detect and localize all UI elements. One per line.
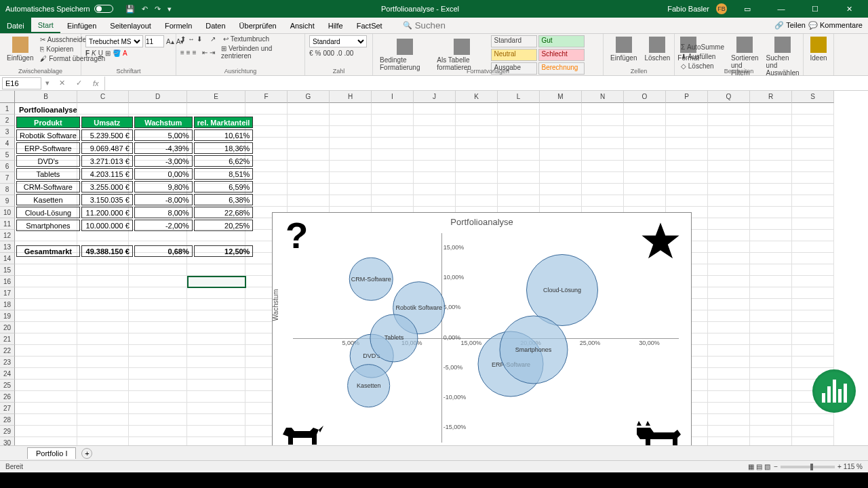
- fill-button[interactable]: ⬇ Ausfüllen: [679, 52, 726, 61]
- comma-icon[interactable]: 000: [323, 49, 334, 57]
- wrap-button[interactable]: ↩ Textumbruch: [223, 35, 269, 43]
- cancel-formula-icon[interactable]: ✕: [54, 79, 71, 87]
- align-top-icon[interactable]: ⬆: [180, 35, 186, 43]
- bold-button[interactable]: F: [85, 49, 90, 57]
- view-normal-icon[interactable]: ▦: [748, 463, 754, 470]
- chart-title: Portfolioanalyse: [273, 213, 691, 228]
- currency-icon[interactable]: €: [309, 49, 313, 57]
- ideas-button[interactable]: Ideen: [808, 35, 829, 63]
- ribbon-mode-icon[interactable]: ▭: [734, 0, 761, 18]
- qat-more-icon[interactable]: ▾: [167, 5, 172, 14]
- dec-dec-icon[interactable]: .00: [344, 49, 354, 57]
- zoom-level[interactable]: 115 %: [844, 463, 863, 470]
- tab-formulas[interactable]: Formeln: [158, 18, 199, 33]
- data-table[interactable]: PortfolioanalyseProduktUmsatzWachstumrel…: [15, 102, 254, 258]
- font-size-input[interactable]: [145, 35, 164, 47]
- user-name[interactable]: Fabio Basler: [667, 5, 709, 13]
- insert-cells-button[interactable]: Einfügen: [608, 35, 639, 63]
- ribbon: Einfügen ✂ Ausschneiden ⎘ Kopieren 🖌 For…: [0, 34, 868, 76]
- question-mark-icon: ?: [279, 217, 309, 258]
- tab-help[interactable]: Hilfe: [321, 18, 350, 33]
- indent-inc-icon[interactable]: ⇥: [210, 49, 215, 56]
- search-icon: 🔍: [403, 21, 412, 30]
- namebox-dropdown-icon[interactable]: ▾: [41, 79, 54, 87]
- share-button[interactable]: 🔗 Teilen: [774, 21, 806, 30]
- paste-button[interactable]: Einfügen: [4, 35, 36, 63]
- style-gut[interactable]: Gut: [538, 35, 585, 47]
- style-neutral[interactable]: Neutral: [491, 49, 537, 61]
- border-button[interactable]: ⊞: [105, 49, 111, 57]
- tab-factset[interactable]: FactSet: [350, 18, 389, 33]
- style-standard[interactable]: Standard: [491, 35, 537, 47]
- undo-icon[interactable]: ↶: [142, 5, 148, 14]
- zoom-out-button[interactable]: −: [774, 463, 778, 470]
- new-sheet-button[interactable]: +: [81, 448, 92, 459]
- close-icon[interactable]: ✕: [835, 0, 863, 18]
- cow-icon: [633, 418, 684, 445]
- save-icon[interactable]: 💾: [125, 5, 135, 14]
- percent-icon[interactable]: %: [315, 49, 321, 57]
- select-all-corner[interactable]: [0, 91, 15, 103]
- comments-button[interactable]: 💬 Kommentare: [808, 21, 863, 30]
- avatar[interactable]: FB: [716, 3, 727, 14]
- align-mid-icon[interactable]: ↔: [188, 35, 195, 43]
- align-right-icon[interactable]: ≡: [193, 49, 197, 56]
- formula-bar[interactable]: [104, 77, 868, 90]
- addon-chart-icon[interactable]: [812, 369, 856, 413]
- chart-plot-area: 5,00%10,00%15,00%20,00%25,00%30,00%-15,0…: [293, 233, 677, 441]
- svg-text:?: ?: [285, 217, 308, 256]
- font-color-button[interactable]: A: [123, 49, 127, 57]
- align-bot-icon[interactable]: ⬇: [197, 35, 202, 43]
- minimize-icon[interactable]: —: [768, 0, 795, 18]
- tab-start[interactable]: Start: [31, 18, 60, 33]
- orientation-icon[interactable]: ↗: [210, 35, 216, 43]
- status-bar: Bereit ▦ ▤ ▧ − + 115 %: [0, 460, 868, 472]
- zoom-in-button[interactable]: +: [837, 463, 842, 470]
- autosave-toggle[interactable]: [94, 5, 113, 13]
- chart-ylabel: Wachstum: [272, 289, 279, 321]
- sheet-tabs: Portfolio I +: [0, 445, 868, 460]
- sheet-tab-active[interactable]: Portfolio I: [27, 447, 76, 459]
- view-break-icon[interactable]: ▧: [764, 463, 770, 470]
- dog-icon: [279, 418, 327, 445]
- search-input[interactable]: [415, 20, 469, 30]
- merge-button[interactable]: ⊞ Verbinden und zentrieren: [221, 45, 300, 60]
- star-icon: [640, 221, 681, 262]
- menubar: Datei Start Einfügen Seitenlayout Formel…: [0, 18, 868, 34]
- tab-layout[interactable]: Seitenlayout: [103, 18, 158, 33]
- autosum-button[interactable]: Σ AutoSumme: [679, 43, 726, 52]
- svg-marker-1: [642, 222, 679, 258]
- number-format-select[interactable]: Standard: [309, 35, 367, 47]
- underline-button[interactable]: U: [98, 49, 103, 57]
- chart-container[interactable]: Portfolioanalyse Wachstum rel. Marktante…: [272, 212, 692, 445]
- style-schlecht[interactable]: Schlecht: [538, 49, 585, 61]
- font-name-select[interactable]: Trebuchet MS: [85, 35, 143, 47]
- enter-formula-icon[interactable]: ✓: [71, 79, 87, 87]
- zoom-slider[interactable]: [781, 466, 835, 468]
- titlebar: Automatisches Speichern 💾 ↶ ↷ ▾ Portfoli…: [0, 0, 868, 18]
- indent-dec-icon[interactable]: ⇤: [202, 49, 208, 56]
- fill-color-button[interactable]: 🪣: [113, 49, 121, 57]
- italic-button[interactable]: K: [92, 49, 96, 57]
- align-center-icon[interactable]: ≡: [186, 49, 191, 56]
- grow-font-icon[interactable]: A▴: [166, 38, 174, 45]
- fx-icon[interactable]: fx: [87, 79, 104, 87]
- inc-dec-icon[interactable]: .0: [336, 49, 342, 57]
- name-box[interactable]: [2, 77, 41, 89]
- tab-view[interactable]: Ansicht: [283, 18, 321, 33]
- tab-insert[interactable]: Einfügen: [60, 18, 103, 33]
- status-text: Bereit: [5, 463, 23, 470]
- maximize-icon[interactable]: ☐: [802, 0, 829, 18]
- tab-file[interactable]: Datei: [0, 18, 31, 33]
- redo-icon[interactable]: ↷: [155, 5, 161, 14]
- tab-data[interactable]: Daten: [199, 18, 232, 33]
- spreadsheet-grid[interactable]: BCDEFGHIJKLMNOPQRS 123456789101112131415…: [0, 91, 868, 445]
- window-title: Portfolioanalyse - Excel: [178, 5, 663, 13]
- view-layout-icon[interactable]: ▤: [756, 463, 762, 470]
- autosave-label: Automatisches Speichern: [5, 5, 90, 13]
- tab-review[interactable]: Überprüfen: [233, 18, 283, 33]
- align-left-icon[interactable]: ≡: [180, 49, 184, 56]
- delete-cells-button[interactable]: Löschen: [642, 35, 673, 63]
